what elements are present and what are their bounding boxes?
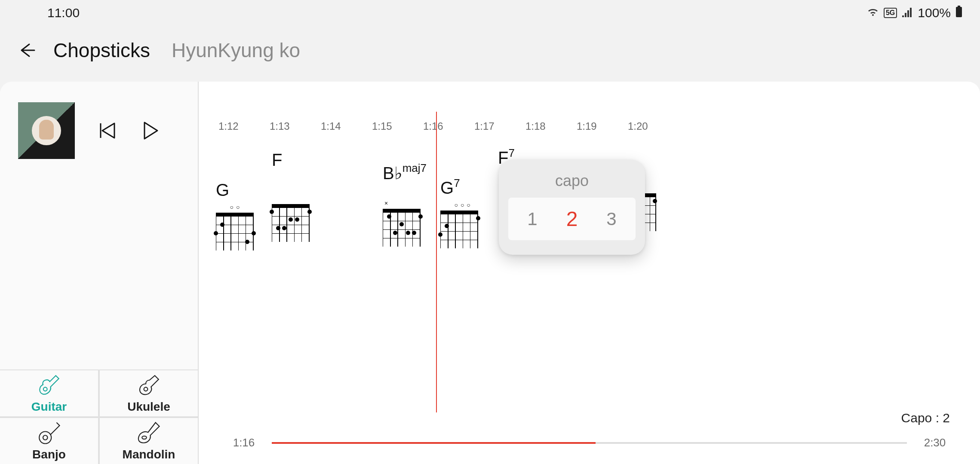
chord-area[interactable]: 1:12 1:13 1:14 1:15 1:16 1:17 1:18 1:19 … xyxy=(198,82,980,464)
previous-button[interactable] xyxy=(96,120,118,141)
svg-rect-1 xyxy=(958,6,960,7)
capo-option-1[interactable]: 1 xyxy=(519,209,545,229)
banjo-icon xyxy=(37,421,61,445)
play-icon xyxy=(139,120,161,141)
chord-F[interactable]: F xyxy=(272,150,310,242)
wifi-icon xyxy=(866,6,879,20)
instrument-banjo[interactable]: Banjo xyxy=(0,418,98,464)
fretboard xyxy=(644,193,656,231)
timeline-tick: 1:20 xyxy=(628,120,648,132)
status-time: 11:00 xyxy=(47,6,80,20)
instrument-mandolin[interactable]: Mandolin xyxy=(100,418,198,464)
battery-icon xyxy=(955,5,963,21)
svg-point-2 xyxy=(43,387,47,391)
svg-rect-0 xyxy=(956,7,962,17)
song-title: Chopsticks xyxy=(53,39,150,62)
fretboard xyxy=(272,204,310,242)
chord-G[interactable]: G ○○ xyxy=(216,180,254,250)
progress-fill xyxy=(272,442,596,444)
status-bar: 11:00 5G 100% xyxy=(0,0,980,26)
album-art[interactable] xyxy=(18,102,75,159)
instrument-label: Banjo xyxy=(32,448,66,461)
progress-track[interactable] xyxy=(272,442,907,444)
timeline-tick: 1:14 xyxy=(321,120,341,132)
status-indicators: 5G 100% xyxy=(866,5,963,21)
progress-bar[interactable]: 1:16 2:30 xyxy=(229,436,950,449)
song-artist: HyunKyung ko xyxy=(172,39,300,62)
instrument-label: Ukulele xyxy=(127,400,170,414)
timeline-tick: 1:19 xyxy=(577,120,597,132)
cellular-icon xyxy=(901,6,913,20)
chord-name: G xyxy=(216,180,229,200)
chord-G7[interactable]: G7 ○○○ xyxy=(440,178,478,248)
chord-name: G7 xyxy=(440,178,460,198)
timeline-tick: 1:17 xyxy=(474,120,495,132)
mandolin-icon xyxy=(137,421,161,445)
network-badge: 5G xyxy=(884,8,897,18)
chord-partial[interactable] xyxy=(644,193,656,231)
capo-popup-title: capo xyxy=(508,172,636,190)
ukulele-icon xyxy=(137,373,161,397)
svg-point-6 xyxy=(142,436,147,439)
instrument-ukulele[interactable]: Ukulele xyxy=(100,370,198,416)
instrument-label: Guitar xyxy=(31,400,67,414)
timeline-tick: 1:13 xyxy=(270,120,290,132)
current-time: 1:16 xyxy=(229,436,259,449)
capo-status[interactable]: Capo : 2 xyxy=(901,411,950,425)
guitar-icon xyxy=(37,373,61,397)
timeline-tick: 1:12 xyxy=(218,120,239,132)
play-button[interactable] xyxy=(139,120,161,141)
left-panel: Guitar Ukulele Banjo Mandolin xyxy=(0,82,198,464)
skip-previous-icon xyxy=(96,120,118,141)
capo-popup[interactable]: capo 1 2 3 xyxy=(499,160,645,255)
capo-option-2[interactable]: 2 xyxy=(559,207,585,231)
instrument-grid: Guitar Ukulele Banjo Mandolin xyxy=(0,369,198,464)
fretboard: ○○ xyxy=(216,204,254,250)
chord-name: B♭maj7 xyxy=(383,163,427,183)
chord-name: F xyxy=(272,150,282,170)
svg-point-4 xyxy=(39,431,51,443)
fretboard: × xyxy=(383,200,421,247)
main: Guitar Ukulele Banjo Mandolin 1:12 1:13 … xyxy=(0,82,980,464)
timeline-tick: 1:16 xyxy=(423,120,443,132)
back-button[interactable] xyxy=(17,41,36,60)
svg-point-3 xyxy=(144,387,148,391)
arrow-left-icon xyxy=(17,41,36,60)
total-time: 2:30 xyxy=(920,436,950,449)
instrument-guitar[interactable]: Guitar xyxy=(0,370,98,416)
battery-percent: 100% xyxy=(918,6,951,20)
capo-options: 1 2 3 xyxy=(508,198,636,240)
chord-Bbmaj7[interactable]: B♭maj7 × xyxy=(383,163,427,247)
instrument-label: Mandolin xyxy=(123,448,175,461)
timeline-tick: 1:15 xyxy=(372,120,392,132)
header: Chopsticks HyunKyung ko xyxy=(0,26,980,85)
svg-point-5 xyxy=(43,435,48,440)
player-controls xyxy=(0,82,198,176)
capo-option-3[interactable]: 3 xyxy=(599,209,624,229)
fretboard: ○○○ xyxy=(440,202,478,248)
timeline-tick: 1:18 xyxy=(525,120,546,132)
